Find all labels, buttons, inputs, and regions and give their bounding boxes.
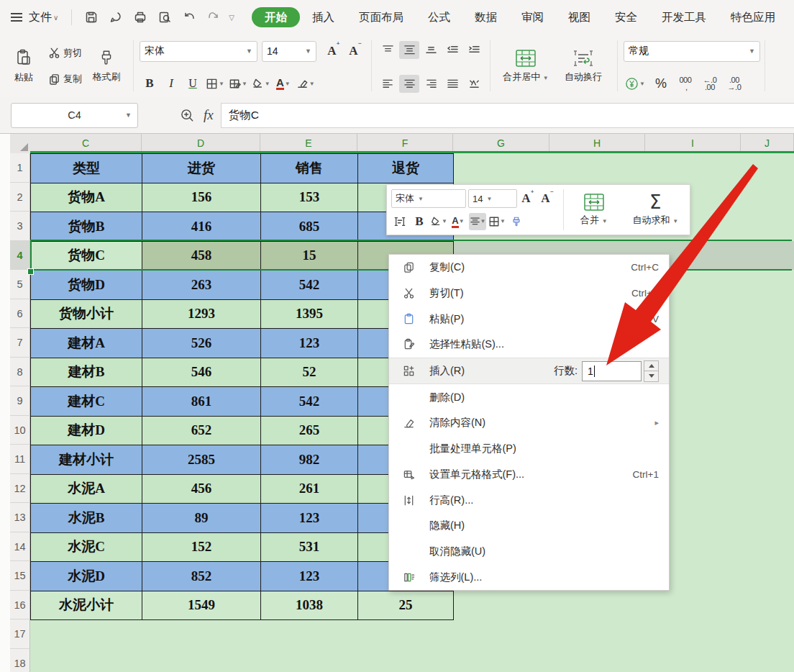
- cell-E8[interactable]: 52: [261, 358, 358, 387]
- cell-D14[interactable]: 152: [142, 532, 261, 562]
- cell-E9[interactable]: 542: [261, 387, 358, 417]
- font-size-select[interactable]: 14 ▼: [262, 41, 316, 62]
- column-header-I[interactable]: I: [645, 134, 741, 153]
- row-header-18[interactable]: 18: [10, 649, 30, 672]
- column-header-G[interactable]: G: [453, 134, 549, 153]
- wrap-text-button[interactable]: 自动换行: [555, 39, 611, 94]
- currency-format-button[interactable]: ▼: [624, 75, 647, 93]
- cell-C4[interactable]: 货物C: [31, 241, 142, 271]
- cell-C11[interactable]: 建材小计: [31, 445, 142, 475]
- align-bottom-button[interactable]: [421, 41, 441, 59]
- cell-C9[interactable]: 建材C: [31, 387, 142, 417]
- cell-C13[interactable]: 水泥B: [31, 504, 142, 533]
- decrease-decimal-button[interactable]: .00→.0: [724, 75, 744, 93]
- undo-button[interactable]: [178, 6, 200, 28]
- row-count-input[interactable]: 1: [582, 361, 642, 381]
- tab-审阅[interactable]: 审阅: [509, 7, 556, 27]
- tab-插入[interactable]: 插入: [300, 7, 347, 27]
- row-header-5[interactable]: 5: [10, 270, 30, 299]
- row-header-6[interactable]: 6: [10, 299, 30, 329]
- tab-公式[interactable]: 公式: [416, 7, 462, 27]
- mini-align-center-button[interactable]: ▼: [469, 213, 486, 230]
- increase-decimal-button[interactable]: ←.0.00: [700, 75, 720, 93]
- cell-C15[interactable]: 水泥D: [31, 562, 142, 591]
- column-header-F[interactable]: F: [357, 134, 453, 153]
- row-header-1[interactable]: 1: [10, 153, 30, 183]
- cell-E16[interactable]: 1038: [261, 591, 358, 620]
- save-button[interactable]: [81, 6, 102, 28]
- borders-button[interactable]: ▼: [204, 75, 226, 93]
- file-menu[interactable]: 文件: [29, 10, 52, 25]
- align-right-button[interactable]: [421, 75, 441, 93]
- cell-E2[interactable]: 153: [261, 183, 358, 212]
- mini-grow-font-button[interactable]: A+: [519, 190, 537, 207]
- comma-format-button[interactable]: 000 ,: [675, 75, 695, 93]
- tab-视图[interactable]: 视图: [556, 7, 603, 27]
- mini-shrink-font-button[interactable]: A−: [539, 190, 556, 207]
- cell-D1[interactable]: 进货: [142, 154, 261, 183]
- row-count-spinner[interactable]: [644, 360, 659, 382]
- cell-C5[interactable]: 货物D: [31, 271, 142, 300]
- cell-E6[interactable]: 1395: [261, 299, 358, 329]
- row-header-4[interactable]: 4: [10, 241, 30, 271]
- merge-center-button[interactable]: 合并居中 ▼: [496, 39, 555, 94]
- cell-D7[interactable]: 526: [142, 329, 261, 358]
- cell-C7[interactable]: 建材A: [31, 329, 142, 358]
- tab-页面布局[interactable]: 页面布局: [347, 7, 416, 27]
- context-menu-item-取消隐藏[interactable]: 取消隐藏(U): [389, 539, 669, 565]
- cell-E3[interactable]: 685: [261, 212, 358, 242]
- italic-button[interactable]: I: [161, 75, 181, 93]
- cell-E11[interactable]: 982: [261, 445, 358, 475]
- column-header-H[interactable]: H: [549, 134, 645, 153]
- context-menu-item-复制[interactable]: 复制(C)Ctrl+C: [389, 255, 669, 281]
- column-header-C[interactable]: C: [30, 134, 142, 153]
- context-menu-item-选择性粘贴[interactable]: 选择性粘贴(S)...: [389, 332, 669, 358]
- context-menu-item-插入[interactable]: 插入(R)行数:1: [389, 358, 669, 385]
- cell-D4[interactable]: 458: [142, 241, 261, 271]
- column-header-E[interactable]: E: [260, 134, 357, 153]
- bold-button[interactable]: B: [140, 75, 160, 93]
- column-header-J[interactable]: J: [741, 134, 794, 153]
- row-header-10[interactable]: 10: [10, 416, 30, 445]
- tab-开发工具[interactable]: 开发工具: [649, 7, 718, 27]
- paste-button[interactable]: 粘贴: [3, 39, 45, 94]
- mini-font-color-button[interactable]: A ▼: [450, 213, 467, 230]
- name-box[interactable]: C4 ▼: [11, 103, 138, 128]
- row-header-15[interactable]: 15: [10, 561, 30, 591]
- align-center-button[interactable]: [399, 75, 419, 93]
- mini-fill-color-button[interactable]: ▼: [430, 213, 447, 230]
- cell-E14[interactable]: 531: [261, 532, 358, 562]
- cell-D15[interactable]: 852: [142, 562, 261, 591]
- cell-D3[interactable]: 416: [142, 212, 261, 242]
- cut-button[interactable]: 剪切: [46, 44, 84, 63]
- cell-E5[interactable]: 542: [261, 271, 358, 300]
- mini-wrap-text-button[interactable]: [391, 213, 409, 230]
- justify-button[interactable]: [442, 75, 462, 93]
- tab-安全[interactable]: 安全: [603, 7, 649, 27]
- context-menu-item-粘贴[interactable]: 粘贴(P)Ctrl+V: [389, 306, 669, 332]
- cell-C2[interactable]: 货物A: [31, 183, 142, 212]
- align-middle-button[interactable]: [399, 41, 419, 59]
- cell-E10[interactable]: 265: [261, 416, 358, 445]
- row-header-7[interactable]: 7: [10, 328, 30, 358]
- cell-D8[interactable]: 546: [142, 358, 261, 387]
- insert-function-button[interactable]: fx: [204, 107, 214, 123]
- grow-font-button[interactable]: A+: [324, 42, 344, 60]
- mini-font-name-select[interactable]: 宋体 ▼: [391, 189, 466, 208]
- mini-font-size-select[interactable]: 14 ▼: [468, 189, 517, 208]
- row-header-12[interactable]: 12: [10, 474, 30, 504]
- text-orientation-button[interactable]: [464, 75, 484, 93]
- cell-D10[interactable]: 652: [142, 416, 261, 445]
- font-name-select[interactable]: 宋体 ▼: [140, 41, 257, 62]
- cell-C1[interactable]: 类型: [31, 154, 142, 183]
- cell-D13[interactable]: 89: [142, 504, 261, 533]
- cell-C8[interactable]: 建材B: [31, 358, 142, 387]
- mini-bold-button[interactable]: B: [411, 213, 428, 230]
- fill-color-button[interactable]: ▼: [250, 75, 272, 93]
- file-menu-caret-icon[interactable]: ∨: [53, 14, 58, 22]
- row-header-3[interactable]: 3: [10, 212, 30, 241]
- mini-format-painter-button[interactable]: [508, 213, 525, 230]
- mini-merge-button[interactable]: 合并 ▼: [567, 185, 621, 235]
- row-header-8[interactable]: 8: [10, 358, 30, 387]
- cell-C14[interactable]: 水泥C: [31, 532, 142, 562]
